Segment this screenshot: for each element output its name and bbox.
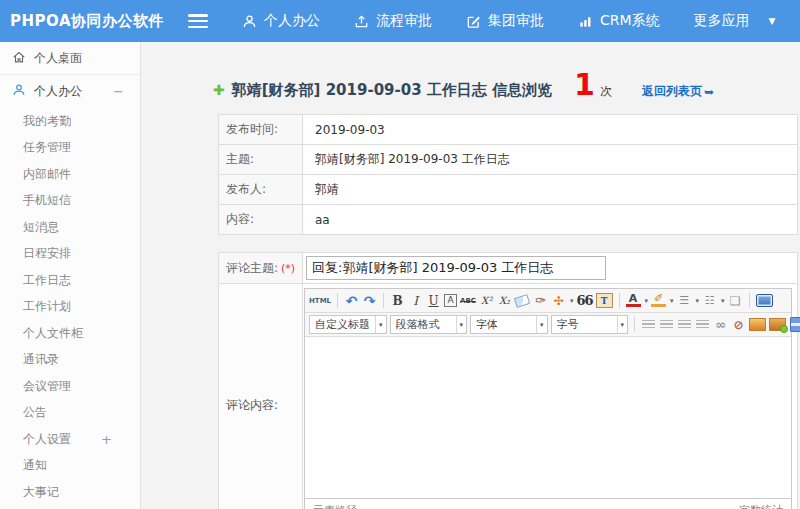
font-color-button[interactable]: A [626, 294, 641, 307]
nav-group-approval[interactable]: 集团审批 [466, 12, 544, 30]
collapse-minus-icon[interactable]: − [113, 84, 124, 99]
insert-media-icon[interactable] [789, 316, 800, 333]
nav-personal-office[interactable]: 个人办公 [242, 12, 320, 30]
sidebar-item-attendance[interactable]: 我的考勤 [0, 108, 140, 135]
unordered-list-icon[interactable]: ☷ [702, 292, 717, 309]
undo-icon[interactable]: ↶ [344, 292, 359, 309]
sidebar-item-schedule[interactable]: 日程安排 [0, 241, 140, 268]
chevron-down-icon[interactable]: ▼ [769, 16, 776, 26]
comment-subject-input[interactable] [306, 256, 606, 280]
format-brush-icon[interactable]: ✑ [533, 292, 548, 309]
page-title: 郭靖[财务部] 2019-09-03 工作日志 信息浏览 [232, 81, 552, 100]
autotypeset-icon[interactable]: ✣ [551, 292, 566, 309]
row-value: 2019-09-03 [303, 115, 797, 144]
chevron-down-icon[interactable]: ▾ [570, 297, 574, 305]
word-count-label[interactable]: 字数统计 [739, 503, 783, 509]
align-left-icon[interactable] [641, 316, 656, 333]
nav-label: 更多应用 [694, 12, 750, 30]
chevron-down-icon[interactable]: ▾ [721, 297, 725, 305]
chevron-down-icon: ▾ [617, 316, 628, 333]
nav-label: 个人办公 [264, 12, 320, 30]
font-border-button[interactable]: A [444, 294, 457, 307]
custom-title-dropdown[interactable]: 自定义标题▾ [309, 315, 387, 334]
ordered-list-icon[interactable]: ☰ [677, 292, 692, 309]
new-document-icon[interactable]: ❏ [728, 292, 743, 309]
sidebar-item-sms[interactable]: 手机短信 [0, 188, 140, 215]
return-arrow-icon: ➥ [704, 85, 714, 99]
remove-link-icon[interactable]: ⊘ [731, 316, 746, 333]
required-mark: (*) [281, 262, 295, 275]
brand-logo[interactable]: PHPOA协同办公软件 [10, 12, 188, 31]
sidebar-item-work-log[interactable]: 工作日志 [0, 267, 140, 294]
superscript-button[interactable]: X² [479, 292, 494, 309]
expand-plus-icon[interactable]: + [101, 432, 112, 447]
sidebar-item-short-message[interactable]: 短消息 [0, 214, 140, 241]
eraser-icon[interactable] [515, 292, 530, 309]
back-to-list-link[interactable]: 返回列表页➥ [642, 83, 714, 100]
paste-plain-icon[interactable]: T [596, 293, 613, 308]
sidebar-item-label: 个人桌面 [34, 50, 82, 67]
hamburger-menu-icon[interactable] [188, 14, 208, 28]
chevron-down-icon: ▾ [375, 316, 386, 333]
sidebar-item-meetings[interactable]: 会议管理 [0, 373, 140, 400]
sidebar-item-file-cabinet[interactable]: 个人文件柜 [0, 320, 140, 347]
font-family-dropdown[interactable]: 字体▾ [470, 315, 548, 334]
sidebar-item-desktop[interactable]: 个人桌面 [0, 42, 140, 75]
nav-more-apps[interactable]: 更多应用 ▼ [694, 12, 776, 30]
blockquote-button[interactable]: 66 [576, 292, 592, 309]
sidebar: 个人桌面 个人办公 − 我的考勤 任务管理 内部邮件 手机短信 短消息 日程安排… [0, 42, 141, 509]
sidebar-item-internal-mail[interactable]: 内部邮件 [0, 161, 140, 188]
highlight-color-icon[interactable]: ✐ [651, 294, 666, 307]
bold-button[interactable]: B [390, 292, 405, 309]
row-label: 主题: [219, 145, 303, 174]
content-row: 评论内容: HTML ↶ ↷ B I [219, 284, 797, 509]
sidebar-section-personal-office[interactable]: 个人办公 − [0, 75, 140, 108]
paragraph-format-dropdown[interactable]: 段落格式▾ [390, 315, 468, 334]
nav-flow-approval[interactable]: 流程审批 [354, 12, 432, 30]
crm-chart-icon [578, 14, 593, 29]
chevron-down-icon: ▾ [456, 316, 467, 333]
subscript-button[interactable]: X₂ [497, 292, 512, 309]
chevron-down-icon[interactable]: ▾ [670, 297, 674, 305]
chevron-down-icon[interactable]: ▾ [696, 297, 700, 305]
table-row: 内容: aa [219, 205, 797, 234]
insert-link-icon[interactable]: ∞ [713, 316, 728, 333]
row-value: 郭靖[财务部] 2019-09-03 工作日志 [303, 145, 797, 174]
sidebar-item-announcement[interactable]: 公告 [0, 400, 140, 427]
sidebar-item-work-plan[interactable]: 工作计划 [0, 294, 140, 321]
nav-crm[interactable]: CRM系统 [578, 12, 660, 30]
row-label: 发布人: [219, 175, 303, 204]
screenshot-image-icon[interactable] [769, 316, 786, 333]
sidebar-item-major-events[interactable]: 大事记 [0, 479, 140, 506]
font-size-dropdown[interactable]: 字号▾ [551, 315, 629, 334]
sidebar-item-personal-settings[interactable]: 个人设置 + [0, 426, 140, 453]
row-label: 内容: [219, 205, 303, 234]
strikethrough-button[interactable]: ABC [460, 292, 476, 309]
insert-image-icon[interactable] [749, 316, 766, 333]
html-source-button[interactable]: HTML [309, 292, 331, 309]
italic-button[interactable]: I [408, 292, 423, 309]
align-center-icon[interactable] [659, 316, 674, 333]
row-value: aa [303, 205, 797, 234]
align-right-icon[interactable] [677, 316, 692, 333]
nav-label: 集团审批 [488, 12, 544, 30]
underline-button[interactable]: U [426, 292, 441, 309]
subject-cell [303, 253, 797, 283]
comment-form: 评论主题: (*) 评论内容: HTML [218, 252, 798, 509]
user-icon [12, 83, 26, 100]
flow-approve-icon [354, 14, 369, 29]
info-table: 发布时间: 2019-09-03 主题: 郭靖[财务部] 2019-09-03 … [218, 114, 798, 235]
row-value: 郭靖 [303, 175, 797, 204]
subject-label: 评论主题: (*) [219, 253, 303, 283]
sidebar-item-contacts[interactable]: 通讯录 [0, 347, 140, 374]
add-plus-icon: ✚ [213, 82, 225, 98]
chevron-down-icon[interactable]: ▾ [645, 297, 649, 305]
rich-text-editor: HTML ↶ ↷ B I U A ABC X² [304, 288, 792, 509]
phpoa-app: PHPOA协同办公软件 个人办公 流程审批 集团审批 [0, 0, 800, 509]
editor-canvas[interactable] [305, 337, 791, 498]
align-justify-icon[interactable] [695, 316, 710, 333]
sidebar-item-notifications[interactable]: 通知 [0, 453, 140, 480]
sidebar-item-tasks[interactable]: 任务管理 [0, 135, 140, 162]
preview-monitor-icon[interactable] [756, 292, 773, 309]
redo-icon[interactable]: ↷ [362, 292, 377, 309]
